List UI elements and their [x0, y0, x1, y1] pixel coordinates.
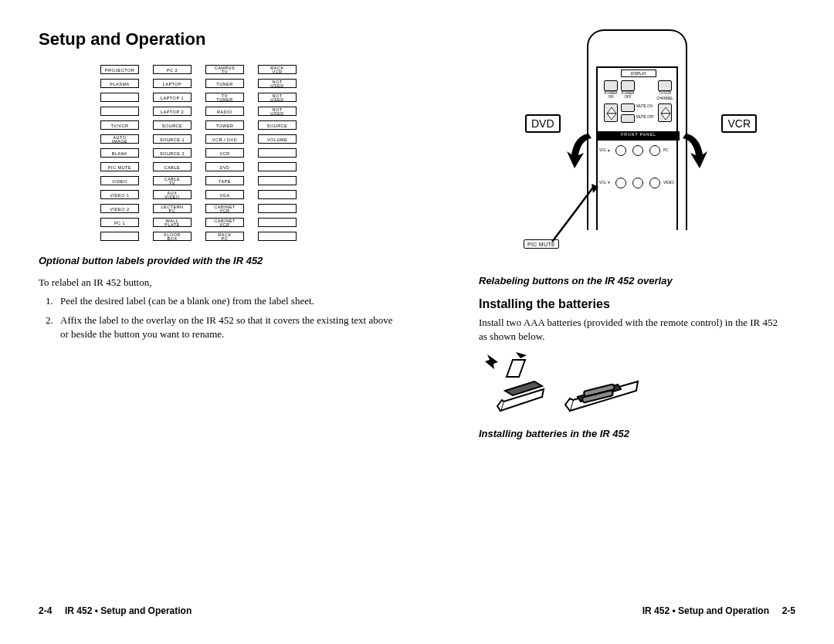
heading-batteries: Installing the batteries	[479, 297, 788, 311]
button-label	[258, 204, 297, 213]
button-label: CAMPUSTV	[205, 65, 244, 74]
relabel-steps: Peel the desired label (can be a blank o…	[39, 294, 402, 341]
pc-label: PC	[663, 149, 668, 153]
button-label: TAPE	[205, 176, 244, 185]
page-num-right: 2-5	[782, 605, 795, 616]
caption-batteries: Installing batteries in the IR 452	[479, 428, 788, 439]
button-label: VGA	[205, 190, 244, 199]
button-label	[258, 218, 297, 227]
button-label: NOTUSED	[258, 107, 297, 116]
page-title: Setup and Operation	[39, 29, 402, 49]
button-label	[258, 162, 297, 171]
footer-title-right: IR 452 • Setup and Operation	[642, 605, 769, 616]
button-label: WALLPLATE	[153, 218, 192, 227]
relabel-intro: To relabel an IR 452 button,	[39, 276, 402, 290]
button-label	[258, 176, 297, 185]
button-label: LAPTOP 1	[153, 93, 192, 102]
button-label: NOTUSED	[258, 93, 297, 102]
button-label: PROJECTOR	[100, 65, 139, 74]
button-label: VIDEO	[100, 176, 139, 185]
power-off-label: POWEROFF	[619, 92, 636, 99]
battery-diagram	[479, 352, 649, 422]
button-label: PC 2	[153, 65, 192, 74]
button-label: SOURCE	[153, 120, 192, 130]
remote-diagram: DISPLAY POWERON POWEROFF TV/VCR MUTE ON …	[510, 29, 757, 269]
footer-title-left: IR 452 • Setup and Operation	[65, 605, 192, 616]
step-item: Affix the label to the overlay on the IR…	[56, 314, 402, 341]
caption-relabel: Relabeling buttons on the IR 452 overlay	[479, 275, 788, 286]
button-label: LECTERNPC	[153, 204, 192, 213]
button-label: BLANK	[100, 148, 139, 158]
front-panel-label: FRONT PANEL	[598, 133, 680, 137]
button-label	[100, 232, 139, 241]
button-label: TV/VCR	[100, 120, 139, 130]
button-label: RADIO	[205, 107, 244, 116]
vol-up-label: VOL ▲	[599, 149, 611, 153]
button-label: PC 1	[100, 218, 139, 227]
vcr-label: VCR	[721, 114, 757, 133]
button-label	[100, 93, 139, 102]
button-label: NOTUSED	[258, 79, 297, 88]
button-label: TOWER	[205, 120, 244, 130]
button-label: LAPTOP 2	[153, 107, 192, 116]
button-label	[258, 190, 297, 199]
button-label: PIC MUTE	[100, 162, 139, 171]
button-label: TVTUNER	[205, 93, 244, 102]
channel-label: CHANNEL	[655, 97, 675, 101]
mute-on-label: MUTE ON	[636, 105, 653, 109]
button-label: VOLUME	[258, 134, 297, 144]
button-label: RACKPC	[205, 232, 244, 241]
button-label: LAPTOP	[153, 79, 192, 88]
caption-left: Optional button labels provided with the…	[39, 255, 402, 266]
power-on-label: POWERON	[602, 92, 619, 99]
button-label: CABINETVCR	[205, 218, 244, 227]
button-label: SOURCE 1	[153, 134, 192, 144]
button-label: DVD	[205, 162, 244, 171]
button-label: AUTOIMAGE	[100, 134, 139, 144]
button-label: SOURCE 2	[153, 148, 192, 158]
mute-off-label: MUTE OFF	[636, 116, 654, 120]
button-label: RACKVCR	[258, 65, 297, 74]
button-label: TUNER	[205, 79, 244, 88]
button-label: PLASMA	[100, 79, 139, 88]
page-footer: 2-4 IR 452 • Setup and Operation IR 452 …	[39, 605, 795, 616]
video-label: VIDEO	[663, 181, 674, 185]
button-label: CABLE	[153, 162, 192, 171]
button-label: VIDEO 1	[100, 190, 139, 199]
label-grid: PROJECTORPC 2CAMPUSTVRACKVCRPLASMALAPTOP…	[100, 65, 402, 241]
button-label: VCR / DVD	[205, 134, 244, 144]
button-label: SOURCE	[258, 120, 297, 130]
button-label: CABLETV	[153, 176, 192, 185]
button-label: CABINETVCR	[205, 204, 244, 213]
button-label: AUXVIDEO	[153, 190, 192, 199]
page-num-left: 2-4	[39, 605, 52, 616]
dvd-label: DVD	[525, 114, 561, 133]
display-button: DISPLAY	[621, 69, 656, 77]
button-label: VCR	[205, 148, 244, 158]
button-label	[100, 107, 139, 116]
button-label: VIDEO 2	[100, 204, 139, 213]
button-label	[258, 232, 297, 241]
button-label	[258, 148, 297, 158]
tvvcr-label: TV/VCR	[655, 92, 675, 96]
battery-text: Install two AAA batteries (provided with…	[479, 316, 788, 343]
button-label: FLOORBOX	[153, 232, 192, 241]
step-item: Peel the desired label (can be a blank o…	[56, 294, 402, 308]
